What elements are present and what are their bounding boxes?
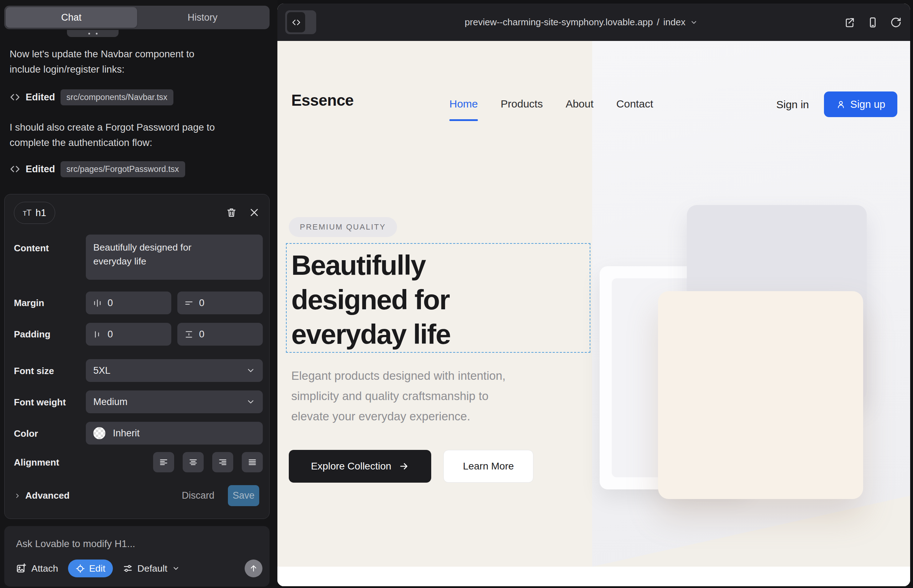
composer-input[interactable] — [16, 536, 258, 552]
url-separator: / — [657, 17, 659, 28]
refresh-button[interactable] — [889, 16, 902, 29]
font-size-value: 5XL — [93, 365, 110, 376]
color-value: Inherit — [113, 428, 139, 439]
learn-more-button[interactable]: Learn More — [444, 450, 533, 483]
chat-message: Now let's update the Navbar component to… — [10, 46, 270, 77]
sign-up-button[interactable]: Sign up — [824, 92, 897, 117]
code-icon — [10, 92, 20, 102]
explore-collection-label: Explore Collection — [311, 460, 391, 472]
color-select[interactable]: Inherit — [86, 422, 263, 444]
site-nav: Home Products About Contact — [449, 98, 653, 110]
hero-description-line: elevate your everyday experience. — [291, 406, 506, 426]
mobile-view-button[interactable] — [866, 16, 879, 29]
align-center-button[interactable] — [183, 452, 204, 472]
discard-button[interactable]: Discard — [181, 490, 214, 501]
font-size-select[interactable]: 5XL — [86, 359, 263, 382]
content-input[interactable]: Beautifully designed for everyday life — [86, 234, 263, 280]
nav-link-contact[interactable]: Contact — [617, 98, 653, 110]
margin-y-value: 0 — [199, 297, 204, 309]
content-label: Content — [14, 243, 49, 254]
alignment-group — [153, 452, 263, 472]
edited-label: Edited — [26, 92, 55, 103]
padding-y-icon — [184, 330, 194, 339]
user-icon — [836, 100, 846, 109]
chat-message-line: include login/register links: — [10, 61, 270, 77]
file-chip[interactable]: src/components/Navbar.tsx — [60, 89, 173, 105]
advanced-toggle[interactable]: Advanced — [14, 490, 70, 501]
hero-heading[interactable]: Beautifully designed for everyday life — [291, 248, 587, 352]
nav-link-home[interactable]: Home — [449, 98, 478, 110]
browser-chrome: preview--charming-site-symphony.lovable.… — [277, 3, 910, 41]
margin-x-icon — [92, 298, 102, 308]
send-button[interactable] — [244, 559, 262, 577]
editor-footer: Advanced Discard Save — [14, 485, 259, 506]
delete-element-button[interactable] — [225, 206, 238, 219]
file-chip[interactable]: src/pages/ForgotPassword.tsx — [60, 161, 185, 177]
nav-link-products[interactable]: Products — [501, 98, 543, 110]
font-weight-select[interactable]: Medium — [86, 391, 263, 413]
composer-toolbar: Attach Edit Default — [16, 559, 262, 578]
element-editor-panel: тT h1 Content Beautifully designed for e… — [4, 194, 270, 519]
text-size-icon: тT — [23, 208, 31, 218]
next-section — [277, 567, 910, 586]
align-justify-button[interactable] — [242, 452, 263, 472]
save-button[interactable]: Save — [228, 485, 259, 506]
attach-button[interactable]: Attach — [16, 563, 58, 574]
hero-ctas: Explore Collection Learn More — [289, 450, 533, 483]
attach-label: Attach — [31, 563, 58, 574]
screen: Chat History Now let's update the Navbar… — [0, 0, 913, 588]
sign-in-link[interactable]: Sign in — [776, 99, 809, 111]
arrow-up-icon — [249, 564, 258, 573]
mode-select[interactable]: Default — [123, 563, 180, 574]
content-line: Beautifully designed for — [93, 241, 255, 255]
chevron-down-icon — [690, 18, 698, 26]
chrome-actions — [843, 16, 902, 29]
alignment-label: Alignment — [14, 457, 59, 468]
margin-y-icon — [184, 298, 194, 308]
code-icon — [10, 164, 20, 174]
url-bar[interactable]: preview--charming-site-symphony.lovable.… — [465, 17, 698, 28]
padding-y-value: 0 — [199, 329, 204, 340]
align-right-button[interactable] — [212, 452, 233, 472]
hero-description-line: simplicity and quality craftsmanship to — [291, 386, 506, 406]
padding-y-input[interactable]: 0 — [177, 323, 263, 346]
padding-x-input[interactable]: 0 — [86, 323, 171, 346]
hero-description-line: Elegant products designed with intention… — [291, 365, 506, 386]
site-logo[interactable]: Essence — [291, 92, 354, 109]
hero-heading-line: designed for — [291, 283, 587, 317]
edit-mode-button[interactable]: Edit — [68, 559, 113, 577]
color-swatch — [93, 427, 105, 439]
assistant-panel: Chat History Now let's update the Navbar… — [0, 0, 278, 588]
nav-link-about[interactable]: About — [565, 98, 593, 110]
open-external-button[interactable] — [843, 16, 856, 29]
sign-up-label: Sign up — [850, 99, 885, 110]
code-icon — [287, 12, 305, 32]
padding-x-value: 0 — [108, 329, 113, 340]
font-weight-label: Font weight — [14, 397, 66, 408]
element-tag: h1 — [36, 207, 46, 218]
site-preview: Essence Home Products About Contact Sign… — [277, 41, 910, 586]
tab-chat[interactable]: Chat — [6, 7, 137, 28]
chat-message: I should also create a Forgot Password p… — [10, 120, 270, 150]
hero-card-front — [658, 291, 863, 499]
padding-label: Padding — [14, 329, 50, 340]
align-left-button[interactable] — [153, 452, 174, 472]
hero-badge: PREMIUM QUALITY — [289, 217, 397, 237]
explore-collection-button[interactable]: Explore Collection — [289, 450, 431, 483]
edit-label: Edit — [89, 563, 105, 574]
margin-label: Margin — [14, 297, 44, 309]
url-path: index — [664, 17, 685, 28]
close-icon[interactable] — [248, 206, 261, 219]
margin-y-input[interactable]: 0 — [177, 291, 263, 314]
chevron-down-icon — [246, 366, 255, 375]
tab-history[interactable]: History — [137, 7, 269, 28]
edited-label: Edited — [26, 164, 55, 175]
edited-file-row: Edited src/pages/ForgotPassword.tsx — [10, 161, 185, 177]
margin-x-input[interactable]: 0 — [86, 291, 171, 314]
font-size-label: Font size — [14, 365, 54, 376]
composer: Attach Edit Default — [4, 526, 270, 586]
code-view-toggle[interactable] — [285, 10, 316, 34]
hero-description: Elegant products designed with intention… — [291, 365, 506, 426]
content-line: everyday life — [93, 255, 255, 268]
font-weight-value: Medium — [93, 396, 128, 407]
